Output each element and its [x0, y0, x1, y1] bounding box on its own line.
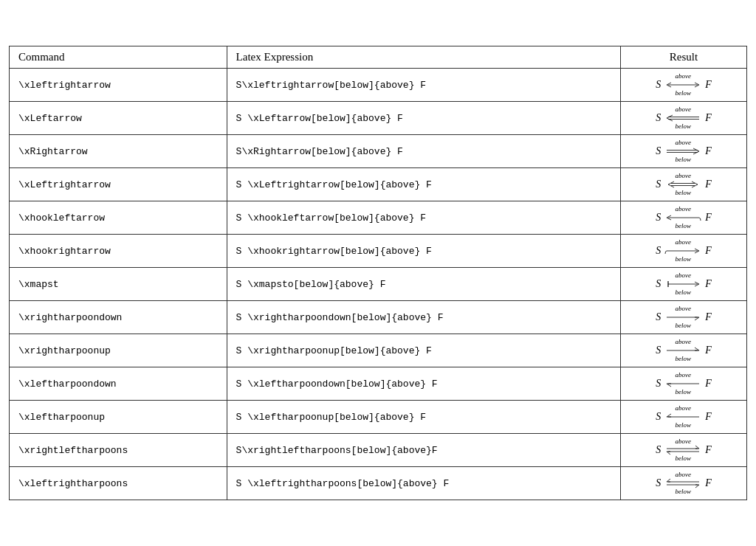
var-f: F — [705, 411, 712, 423]
table-row: \xrightharpoondown S \xrightharpoondown[… — [10, 301, 747, 334]
latex-cell: S\xleftrightarrow[below]{above} F — [227, 69, 620, 102]
latex-cell: S\xRightarrow[below]{above} F — [227, 135, 620, 168]
arrow-above-text: above — [675, 73, 691, 80]
math-result: S above below F — [656, 405, 712, 429]
math-result: S above below F — [656, 438, 712, 462]
latex-cell: S \xleftrightharpoons[below]{above} F — [227, 467, 620, 500]
var-f: F — [705, 278, 712, 290]
latex-cell: S \xLeftrightarrow[below]{above} F — [227, 168, 620, 201]
table-row: \xLeftrightarrow S \xLeftrightarrow[belo… — [10, 168, 747, 201]
table-row: \xrightleftharpoons S\xrightleftharpoons… — [10, 434, 747, 467]
var-f: F — [705, 212, 712, 224]
latex-cell: S \xrightharpoondown[below]{above} F — [227, 301, 620, 334]
arrow-container: above below — [664, 438, 702, 462]
header-result: Result — [620, 46, 746, 69]
arrow-container: above below — [664, 372, 702, 395]
var-s: S — [656, 477, 661, 489]
arrow-container: above below — [664, 339, 702, 362]
latex-cell: S \xLeftarrow[below]{above} F — [227, 102, 620, 135]
result-cell: S above below F — [620, 201, 746, 235]
var-s: S — [656, 212, 661, 224]
result-cell: S above below F — [620, 334, 746, 367]
latex-commands-table: Command Latex Expression Result \xleftri… — [9, 46, 747, 500]
result-cell: S above below F — [620, 268, 746, 301]
math-result: S above below F — [656, 272, 712, 296]
table-row: \xleftharpoonup S \xleftharpoonup[below]… — [10, 401, 747, 434]
result-cell: S above below F — [620, 434, 746, 467]
var-s: S — [656, 179, 661, 190]
arrow-above-text: above — [675, 438, 691, 445]
command-cell: \xmapst — [10, 268, 227, 301]
var-f: F — [705, 345, 712, 356]
var-f: F — [705, 378, 712, 390]
arrow-above-text: above — [675, 471, 691, 478]
var-s: S — [656, 278, 661, 290]
arrow-below-text: below — [675, 90, 691, 97]
var-f: F — [705, 477, 712, 489]
arrow-container: above below — [664, 471, 702, 495]
math-result: S above below F — [656, 239, 712, 263]
var-f: F — [705, 311, 712, 323]
header-latex: Latex Expression — [227, 46, 620, 69]
arrow-below-text: below — [675, 256, 691, 263]
command-cell: \xleftharpoonup — [10, 401, 227, 434]
math-result: S above below F — [656, 173, 712, 196]
arrow-container: above below — [664, 106, 702, 130]
var-f: F — [705, 245, 712, 257]
math-result: S above below F — [656, 106, 712, 130]
result-cell: S above below F — [620, 69, 746, 102]
math-result: S above below F — [656, 206, 712, 229]
result-cell: S above below F — [620, 367, 746, 401]
command-cell: \xleftrightharpoons — [10, 467, 227, 500]
result-cell: S above below F — [620, 401, 746, 434]
var-f: F — [705, 112, 712, 124]
table-row: \xmapst S \xmapsto[below]{above} F S abo… — [10, 268, 747, 301]
var-f: F — [705, 179, 712, 190]
math-result: S above below F — [656, 372, 712, 395]
arrow-above-text: above — [675, 239, 691, 246]
var-s: S — [656, 378, 661, 390]
arrow-container: above below — [664, 173, 702, 196]
arrow-container: above below — [664, 305, 702, 329]
result-cell: S above below F — [620, 168, 746, 201]
arrow-below-text: below — [675, 488, 691, 495]
var-s: S — [656, 145, 661, 157]
arrow-above-text: above — [675, 206, 691, 212]
var-s: S — [656, 79, 661, 91]
arrow-above-text: above — [675, 106, 691, 113]
arrow-above-text: above — [675, 139, 691, 146]
math-result: S above below F — [656, 471, 712, 495]
arrow-above-text: above — [675, 405, 691, 412]
command-cell: \xrightharpoondown — [10, 301, 227, 334]
latex-cell: S \xmapsto[below]{above} F — [227, 268, 620, 301]
var-s: S — [656, 311, 661, 323]
result-cell: S above below F — [620, 301, 746, 334]
arrow-below-text: below — [675, 455, 691, 462]
arrow-below-text: below — [675, 289, 691, 296]
latex-cell: S \xhookleftarrow[below]{above} F — [227, 201, 620, 235]
latex-cell: S \xleftharpoondown[below]{above} F — [227, 367, 620, 401]
table-row: \xhookleftarrow S \xhookleftarrow[below]… — [10, 201, 747, 235]
var-f: F — [705, 79, 712, 91]
result-cell: S above below F — [620, 467, 746, 500]
main-table-wrapper: Command Latex Expression Result \xleftri… — [9, 46, 747, 500]
arrow-below-text: below — [675, 123, 691, 130]
arrow-above-text: above — [675, 339, 691, 345]
table-row: \xrightharpoonup S \xrightharpoonup[belo… — [10, 334, 747, 367]
table-row: \xRightarrow S\xRightarrow[below]{above}… — [10, 135, 747, 168]
var-f: F — [705, 145, 712, 157]
var-f: F — [705, 444, 712, 456]
latex-cell: S\xrightleftharpoons[below]{above}F — [227, 434, 620, 467]
command-cell: \xleftharpoondown — [10, 367, 227, 401]
result-cell: S above below F — [620, 135, 746, 168]
latex-cell: S \xleftharpoonup[below]{above} F — [227, 401, 620, 434]
command-cell: \xrightharpoonup — [10, 334, 227, 367]
table-row: \xhookrightarrow S \xhookrightarrow[belo… — [10, 235, 747, 268]
var-s: S — [656, 444, 661, 456]
math-result: S above below F — [656, 73, 712, 97]
arrow-container: above below — [664, 405, 702, 429]
math-result: S above below F — [656, 305, 712, 329]
command-cell: \xhookleftarrow — [10, 201, 227, 235]
header-command: Command — [10, 46, 227, 69]
arrow-below-text: below — [675, 389, 691, 395]
